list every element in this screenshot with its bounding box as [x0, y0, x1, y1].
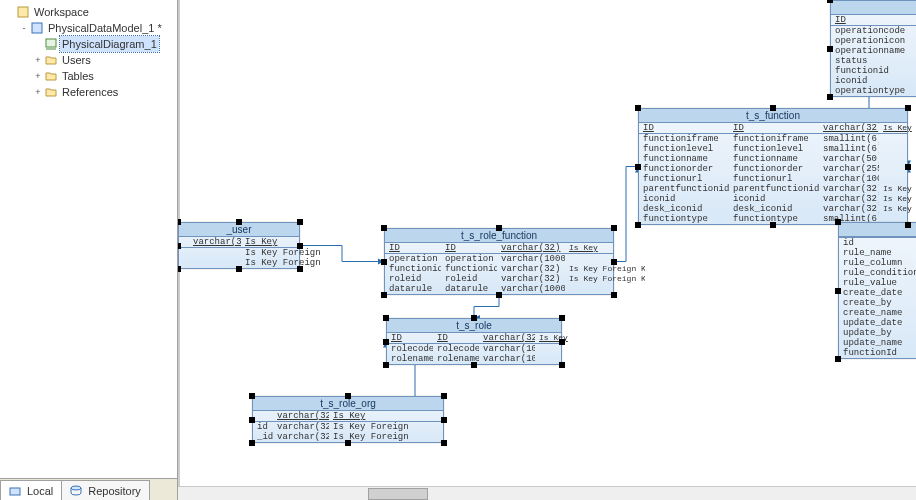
tree-node[interactable]: -PhysicalDataModel_1 *	[2, 20, 175, 36]
entity-cell: operationtype	[831, 86, 916, 96]
tab-local[interactable]: Local	[0, 480, 62, 500]
entity-t_s_role_function[interactable]: t_s_role_functionIDIDvarchar(32)Is Keyop…	[384, 228, 614, 295]
selection-handle[interactable]	[381, 259, 387, 265]
selection-handle[interactable]	[441, 417, 447, 423]
selection-handle[interactable]	[835, 288, 841, 294]
selection-handle[interactable]	[635, 105, 641, 111]
entity-cell: create_by	[839, 298, 916, 308]
relationship-link[interactable]	[474, 295, 499, 318]
entity-cell: status	[831, 56, 916, 66]
entity-cell: functionid	[831, 66, 916, 76]
entity-rows: ididvarchar(96)rule_namerule_namevarchar…	[839, 238, 916, 358]
selection-handle[interactable]	[559, 315, 565, 321]
entity-cell: functioniframe	[729, 134, 819, 144]
selection-handle[interactable]	[635, 164, 641, 170]
entity-cell: parentfunctionid	[729, 184, 819, 194]
entity-cell: Is Key Foreign Key	[241, 258, 321, 268]
selection-handle[interactable]	[905, 105, 911, 111]
selection-handle[interactable]	[249, 440, 255, 446]
entity-rows: idvarchar(32)Is Key Foreign Key_idvarcha…	[253, 422, 443, 442]
entity-user_frag[interactable]: _uservarchar(32)Is KeyIs Key Foreign Key…	[178, 222, 300, 269]
selection-handle[interactable]	[236, 219, 242, 225]
entity-cell: rule_column	[839, 258, 916, 268]
selection-handle[interactable]	[178, 219, 181, 225]
selection-handle[interactable]	[249, 417, 255, 423]
selection-handle[interactable]	[770, 105, 776, 111]
entity-cell: functionorder	[729, 164, 819, 174]
selection-handle[interactable]	[835, 356, 841, 362]
entity-row: ididvarchar(96)	[839, 238, 916, 248]
entity-cell: rolename	[387, 354, 433, 364]
selection-handle[interactable]	[297, 243, 303, 249]
tree-node[interactable]: +References	[2, 84, 175, 100]
entity-cell: varchar(32)	[819, 184, 879, 194]
selection-handle[interactable]	[471, 362, 477, 368]
selection-handle[interactable]	[178, 266, 181, 272]
folder-icon	[44, 53, 58, 67]
selection-handle[interactable]	[905, 164, 911, 170]
selection-handle[interactable]	[441, 440, 447, 446]
selection-handle[interactable]	[635, 222, 641, 228]
tree-node[interactable]: Workspace	[2, 4, 175, 20]
selection-handle[interactable]	[381, 225, 387, 231]
entity-row: operationtypeoperationtypesmallint(6)	[831, 86, 916, 96]
entity-headers: IDIDvarchar(32)Is Key	[639, 123, 907, 134]
selection-handle[interactable]	[611, 225, 617, 231]
selection-handle[interactable]	[249, 393, 255, 399]
entity-cell: functionurl	[639, 174, 729, 184]
entity-cell	[879, 134, 916, 144]
entity-cell: functioniframe	[639, 134, 729, 144]
selection-handle[interactable]	[383, 339, 389, 345]
entity-cell: iconid	[729, 194, 819, 204]
selection-handle[interactable]	[297, 219, 303, 225]
tree-node[interactable]: PhysicalDiagram_1	[2, 36, 175, 52]
tree-twisty[interactable]: +	[32, 84, 44, 100]
entity-t_s_function[interactable]: t_s_functionIDIDvarchar(32)Is Keyfunctio…	[638, 108, 908, 225]
tree-twisty[interactable]: +	[32, 68, 44, 84]
entity-header-cell: varchar(32)	[497, 243, 565, 253]
object-tree[interactable]: Workspace-PhysicalDataModel_1 *PhysicalD…	[0, 0, 177, 478]
entity-cell: update_name	[839, 338, 916, 348]
entity-cell: varchar(10000)	[497, 254, 565, 264]
selection-handle[interactable]	[559, 362, 565, 368]
selection-handle[interactable]	[383, 315, 389, 321]
selection-handle[interactable]	[441, 393, 447, 399]
selection-handle[interactable]	[770, 222, 776, 228]
selection-handle[interactable]	[345, 440, 351, 446]
selection-handle[interactable]	[611, 292, 617, 298]
entity-cell: functionlevel	[639, 144, 729, 154]
entity-t_s_operation[interactable]: t_s_operationIDIDvarchar(32)Is Keyoperat…	[830, 0, 916, 97]
selection-handle[interactable]	[905, 222, 911, 228]
entity-cell	[179, 248, 189, 258]
selection-handle[interactable]	[345, 393, 351, 399]
entity-cell: varchar(1000)	[497, 284, 565, 294]
selection-handle[interactable]	[471, 315, 477, 321]
selection-handle[interactable]	[827, 94, 833, 100]
selection-handle[interactable]	[236, 266, 242, 272]
tree-node-label: Tables	[60, 68, 96, 84]
tab-repository[interactable]: Repository	[61, 480, 150, 500]
selection-handle[interactable]	[835, 219, 841, 225]
entity-t_s_role_org[interactable]: t_s_role_orgvarchar(32)Is Keyidvarchar(3…	[252, 396, 444, 443]
selection-handle[interactable]	[297, 266, 303, 272]
entity-t_s_role[interactable]: t_s_roleIDIDvarchar(32)Is Keyrolecoderol…	[386, 318, 562, 365]
tree-twisty[interactable]: -	[18, 20, 30, 36]
selection-handle[interactable]	[178, 243, 181, 249]
sidebar: Workspace-PhysicalDataModel_1 *PhysicalD…	[0, 0, 178, 500]
selection-handle[interactable]	[559, 339, 565, 345]
entity-t_s_data_rule[interactable]: t_s_data_ruleididvarchar(96)rule_namerul…	[838, 222, 916, 359]
diagram-canvas[interactable]: t_s_operationIDIDvarchar(32)Is Keyoperat…	[178, 0, 916, 500]
entity-header-cell: varchar(32)	[479, 333, 535, 343]
selection-handle[interactable]	[383, 362, 389, 368]
tree-node-label: Users	[60, 52, 93, 68]
model-icon	[30, 21, 44, 35]
tree-twisty[interactable]: +	[32, 52, 44, 68]
tree-node[interactable]: +Tables	[2, 68, 175, 84]
selection-handle[interactable]	[381, 292, 387, 298]
selection-handle[interactable]	[496, 292, 502, 298]
selection-handle[interactable]	[496, 225, 502, 231]
tree-node[interactable]: +Users	[2, 52, 175, 68]
selection-handle[interactable]	[827, 0, 833, 3]
selection-handle[interactable]	[611, 259, 617, 265]
selection-handle[interactable]	[827, 46, 833, 52]
